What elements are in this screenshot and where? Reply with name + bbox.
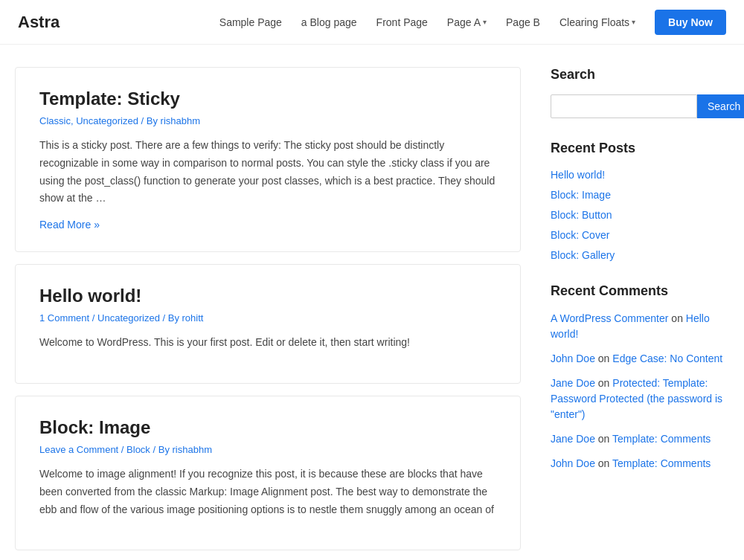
recent-posts-widget: Recent Posts Hello world! Block: Image B… [551, 141, 729, 261]
post-excerpt: Welcome to WordPress. This is your first… [39, 334, 496, 352]
comment-post-link[interactable]: Template: Comments [612, 457, 711, 469]
search-widget: Search Search [551, 67, 729, 118]
comment-connector: on [671, 312, 685, 324]
post-meta-category-classic[interactable]: Classic [39, 115, 71, 126]
clearing-floats-dropdown-arrow: ▾ [632, 18, 635, 26]
nav-front-page[interactable]: Front Page [369, 12, 435, 33]
post-title[interactable]: Hello world! [39, 286, 496, 306]
post-meta-category[interactable]: Uncategorized [97, 312, 160, 324]
search-box: Search [551, 94, 729, 118]
list-item: Block: Cover [551, 228, 729, 241]
post-meta-leave-comment[interactable]: Leave a Comment [39, 444, 118, 455]
nav-page-a[interactable]: Page A ▾ [440, 12, 494, 33]
comment-connector: on [598, 433, 612, 445]
post-meta-comment[interactable]: 1 Comment [39, 312, 89, 324]
nav-sample-page[interactable]: Sample Page [212, 12, 289, 33]
list-item: A WordPress Commenter on Hello world! [551, 311, 729, 342]
buy-now-button[interactable]: Buy Now [655, 10, 726, 35]
commenter-link[interactable]: Jane Doe [551, 433, 595, 445]
list-item: Block: Image [551, 188, 729, 201]
comment-post-link[interactable]: Template: Comments [612, 433, 711, 445]
commenter-link[interactable]: Jane Doe [551, 377, 595, 389]
nav-blog-page[interactable]: a Blog page [294, 12, 365, 33]
recent-posts-list: Hello world! Block: Image Block: Button … [551, 168, 729, 261]
recent-comments-widget: Recent Comments A WordPress Commenter on… [551, 283, 729, 472]
sidebar: Search Search Recent Posts Hello world! … [551, 67, 729, 560]
post-card: Block: Image Leave a Comment / Block / B… [15, 396, 521, 550]
comment-connector: on [598, 377, 612, 389]
post-title[interactable]: Template: Sticky [39, 88, 496, 109]
post-meta: Leave a Comment / Block / By rishabhm [39, 444, 496, 455]
post-meta-author[interactable]: rishabhm [173, 444, 212, 455]
search-input[interactable] [551, 94, 697, 118]
post-meta-author[interactable]: rohitt [182, 312, 204, 324]
recent-post-link[interactable]: Block: Gallery [551, 249, 615, 261]
list-item: John Doe on Template: Comments [551, 456, 729, 472]
site-logo[interactable]: Astra [18, 13, 60, 32]
recent-post-link[interactable]: Block: Cover [551, 229, 609, 241]
list-item: John Doe on Edge Case: No Content [551, 351, 729, 367]
post-meta-author[interactable]: rishabhm [161, 115, 200, 126]
list-item: Block: Gallery [551, 248, 729, 261]
list-item: Jane Doe on Template: Comments [551, 431, 729, 447]
commenter-link[interactable]: John Doe [551, 353, 595, 364]
commenter-link[interactable]: A WordPress Commenter [551, 312, 668, 324]
site-content: Template: Sticky Classic, Uncategorized … [0, 45, 744, 560]
comment-connector: on [598, 353, 612, 364]
post-excerpt: This is a sticky post. There are a few t… [39, 137, 496, 207]
search-widget-title: Search [551, 67, 729, 83]
read-more-link[interactable]: Read More » [39, 219, 100, 231]
site-header: Astra Sample Page a Blog page Front Page… [0, 0, 744, 45]
recent-post-link[interactable]: Hello world! [551, 169, 605, 181]
comment-post-link[interactable]: Edge Case: No Content [612, 353, 722, 364]
main-nav: Sample Page a Blog page Front Page Page … [212, 10, 726, 35]
list-item: Block: Button [551, 208, 729, 221]
post-meta: Classic, Uncategorized / By rishabhm [39, 115, 496, 126]
recent-post-link[interactable]: Block: Button [551, 209, 612, 221]
list-item: Hello world! [551, 168, 729, 181]
recent-comments-title: Recent Comments [551, 283, 729, 299]
search-button[interactable]: Search [697, 94, 744, 118]
nav-page-b[interactable]: Page B [498, 12, 548, 33]
page-a-dropdown-arrow: ▾ [483, 18, 487, 26]
post-meta-category[interactable]: Block [126, 444, 150, 455]
recent-posts-title: Recent Posts [551, 141, 729, 156]
post-excerpt: Welcome to image alignment! If you recog… [39, 466, 496, 518]
recent-comments-list: A WordPress Commenter on Hello world! Jo… [551, 311, 729, 472]
recent-post-link[interactable]: Block: Image [551, 189, 611, 201]
nav-clearing-floats[interactable]: Clearing Floats ▾ [552, 12, 643, 33]
post-meta-category-uncategorized[interactable]: Uncategorized [76, 115, 138, 126]
post-card: Hello world! 1 Comment / Uncategorized /… [15, 264, 521, 384]
main-area: Template: Sticky Classic, Uncategorized … [15, 67, 521, 560]
post-card: Template: Sticky Classic, Uncategorized … [15, 67, 521, 252]
post-title[interactable]: Block: Image [39, 417, 496, 438]
commenter-link[interactable]: John Doe [551, 457, 595, 469]
post-meta: 1 Comment / Uncategorized / By rohitt [39, 312, 496, 324]
list-item: Jane Doe on Protected: Template: Passwor… [551, 376, 729, 422]
comment-connector: on [598, 457, 612, 469]
